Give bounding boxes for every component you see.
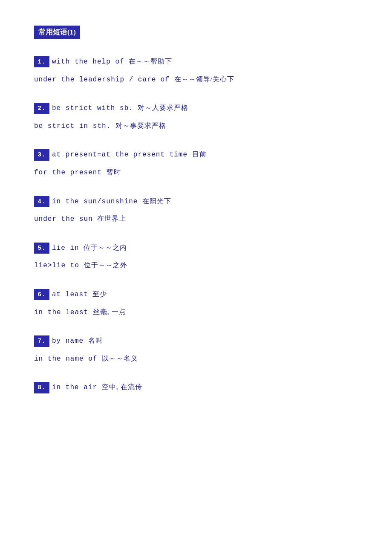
- page-title: 常用短语(1): [34, 26, 80, 39]
- entry-num-2: 2.: [34, 103, 49, 114]
- entry-num-4: 4.: [34, 196, 49, 207]
- entry-en1-5: lie in: [52, 244, 84, 252]
- entry-cn2-7: 以～～名义: [102, 355, 138, 362]
- entry-line2-1: under the leadership / care of 在～～领导/关心下: [34, 74, 358, 86]
- entry-en1-3: at present=at the present time: [52, 151, 192, 159]
- entry-en2-6: in the least: [34, 309, 93, 316]
- entry-en2-5: lie>lie to: [34, 262, 84, 269]
- entries-container: 1.with the help of 在～～帮助下under the leade…: [34, 56, 358, 393]
- entry-line2-6: in the least 丝毫, 一点: [34, 306, 358, 318]
- entry-line2-3: for the present 暂时: [34, 167, 358, 179]
- entry-5: 5.lie in 位于～～之内lie>lie to 位于～～之外: [34, 242, 358, 272]
- entry-2: 2.be strict with sb. 对～人要求严格be strict in…: [34, 102, 358, 132]
- entry-line1-5: 5.lie in 位于～～之内: [34, 242, 358, 254]
- entry-line2-5: lie>lie to 位于～～之外: [34, 260, 358, 272]
- entry-num-8: 8.: [34, 382, 49, 393]
- entry-num-7: 7.: [34, 335, 49, 347]
- entry-en2-2: be strict in sth.: [34, 122, 115, 130]
- entry-cn2-5: 位于～～之外: [84, 261, 127, 269]
- entry-cn1-7: 名叫: [88, 337, 103, 344]
- entry-line2-4: under the sun 在世界上: [34, 213, 358, 225]
- entry-4: 4.in the sun/sunshine 在阳光下under the sun …: [34, 196, 358, 225]
- entry-cn1-4: 在阳光下: [142, 197, 171, 205]
- entry-line1-1: 1.with the help of 在～～帮助下: [34, 56, 358, 68]
- entry-num-3: 3.: [34, 149, 49, 160]
- entry-en1-6: at least: [52, 291, 92, 298]
- entry-en2-3: for the present: [34, 169, 107, 176]
- entry-en1-8: in the air: [52, 384, 102, 391]
- entry-cn1-8: 空中, 在流传: [102, 383, 142, 390]
- entry-en1-7: by name: [52, 337, 88, 345]
- entry-line1-3: 3.at present=at the present time 目前: [34, 149, 358, 161]
- entry-cn1-5: 位于～～之内: [84, 244, 127, 251]
- entry-line1-6: 6.at least 至少: [34, 289, 358, 301]
- entry-cn1-6: 至少: [92, 290, 107, 298]
- entry-line2-7: in the name of 以～～名义: [34, 353, 358, 365]
- entry-en2-4: under the sun: [34, 215, 97, 223]
- entry-num-6: 6.: [34, 289, 49, 300]
- entry-en1-4: in the sun/sunshine: [52, 198, 142, 205]
- entry-cn2-6: 丝毫, 一点: [93, 308, 126, 315]
- entry-cn2-2: 对～事要求严格: [115, 122, 166, 129]
- entry-line1-2: 2.be strict with sb. 对～人要求严格: [34, 102, 358, 114]
- entry-cn1-2: 对～人要求严格: [138, 104, 188, 111]
- entry-cn2-3: 暂时: [107, 168, 121, 176]
- entry-3: 3.at present=at the present time 目前for t…: [34, 149, 358, 178]
- entry-en1-2: be strict with sb.: [52, 104, 138, 112]
- entry-cn1-1: 在～～帮助下: [129, 58, 172, 65]
- entry-en2-1: under the leadership / care of: [34, 76, 174, 84]
- entry-en1-1: with the help of: [52, 58, 129, 66]
- entry-line1-8: 8.in the air 空中, 在流传: [34, 382, 358, 393]
- entry-cn1-3: 目前: [192, 150, 207, 158]
- entry-6: 6.at least 至少in the least 丝毫, 一点: [34, 289, 358, 318]
- entry-8: 8.in the air 空中, 在流传: [34, 382, 358, 393]
- entry-cn2-1: 在～～领导/关心下: [174, 75, 234, 83]
- entry-line1-4: 4.in the sun/sunshine 在阳光下: [34, 196, 358, 208]
- entry-7: 7.by name 名叫in the name of 以～～名义: [34, 335, 358, 364]
- entry-en2-7: in the name of: [34, 355, 102, 363]
- entry-num-1: 1.: [34, 56, 49, 67]
- entry-cn2-4: 在世界上: [97, 215, 126, 222]
- entry-num-5: 5.: [34, 243, 49, 254]
- entry-1: 1.with the help of 在～～帮助下under the leade…: [34, 56, 358, 85]
- entry-line1-7: 7.by name 名叫: [34, 335, 358, 347]
- entry-line2-2: be strict in sth. 对～事要求严格: [34, 120, 358, 132]
